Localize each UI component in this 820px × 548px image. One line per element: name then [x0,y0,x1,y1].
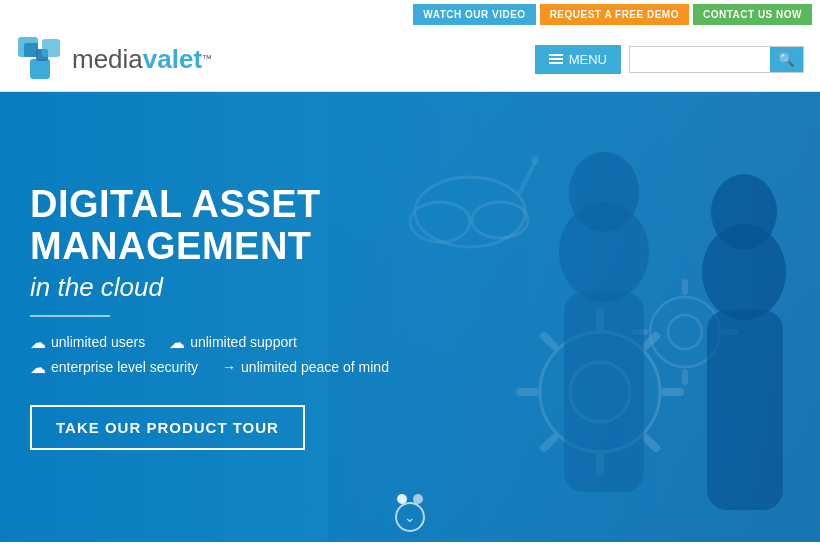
hero-divider [30,315,110,317]
cloud-icon-2: ☁ [169,333,185,352]
hero-content: DIGITAL ASSET MANAGEMENT in the cloud ☁ … [0,184,460,450]
search-button[interactable]: 🔍 [770,47,803,72]
feature-text-2: unlimited support [190,334,297,350]
header: mediavalet™ MENU 🔍 [0,27,820,92]
feature-peace-of-mind: → unlimited peace of mind [222,359,389,375]
request-demo-button[interactable]: REQUEST A FREE DEMO [540,4,689,25]
svg-rect-2 [30,59,50,79]
hero-section: DIGITAL ASSET MANAGEMENT in the cloud ☁ … [0,92,820,542]
feature-row-1: ☁ unlimited users ☁ unlimited support [30,333,430,352]
scroll-down-button[interactable]: ⌄ [395,502,425,532]
chevron-down-icon: ⌄ [404,509,416,525]
watch-video-button[interactable]: WATCH OUR VIDEO [413,4,535,25]
top-bar: WATCH OUR VIDEO REQUEST A FREE DEMO CONT… [0,0,820,27]
feature-text-4: unlimited peace of mind [241,359,389,375]
search-input[interactable] [630,47,770,72]
logo[interactable]: mediavalet™ [16,35,212,83]
svg-rect-4 [42,39,60,57]
feature-enterprise-security: ☁ enterprise level security [30,358,198,377]
logo-icon [16,35,64,83]
feature-unlimited-users: ☁ unlimited users [30,333,145,352]
cloud-icon-1: ☁ [30,333,46,352]
feature-text-1: unlimited users [51,334,145,350]
product-tour-button[interactable]: TAKE OUR PRODUCT TOUR [30,405,305,450]
feature-row-2: ☁ enterprise level security → unlimited … [30,358,430,377]
nav-right: MENU 🔍 [535,45,804,74]
contact-button[interactable]: CONTACT US NOW [693,4,812,25]
feature-text-3: enterprise level security [51,359,198,375]
hero-features: ☁ unlimited users ☁ unlimited support ☁ … [30,333,430,377]
logo-text: mediavalet™ [72,44,212,75]
menu-label: MENU [569,52,607,67]
hero-title: DIGITAL ASSET MANAGEMENT [30,184,430,268]
logo-trademark: ™ [202,52,212,63]
cloud-icon-3: ☁ [30,358,46,377]
search-form: 🔍 [629,46,804,73]
hero-subtitle: in the cloud [30,272,430,303]
logo-valet: valet [143,44,202,74]
logo-media: media [72,44,143,74]
search-icon: 🔍 [778,52,795,67]
arrow-icon: → [222,359,236,375]
hamburger-icon [549,54,563,64]
feature-unlimited-support: ☁ unlimited support [169,333,297,352]
menu-button[interactable]: MENU [535,45,621,74]
svg-rect-1 [24,43,38,57]
